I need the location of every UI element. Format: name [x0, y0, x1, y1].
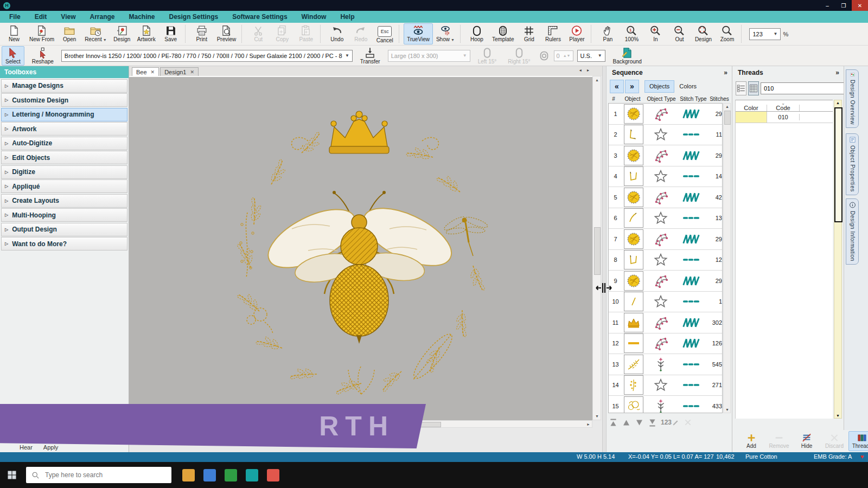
recent-button[interactable]: Recent▼: [81, 23, 110, 44]
docked-tab-design-overview[interactable]: Design Overview: [846, 69, 859, 128]
thread-search-input[interactable]: [761, 82, 844, 94]
resequence-by-number-button[interactable]: 123: [661, 419, 680, 426]
object-thumbnail[interactable]: [624, 313, 643, 332]
hoop-rotation-spinner[interactable]: 0 ▲▼: [554, 50, 573, 61]
zoom-button[interactable]: Zoom: [715, 23, 739, 44]
100-button[interactable]: 100%: [620, 23, 643, 44]
sequence-row[interactable]: 329: [609, 145, 722, 166]
menu-item-help[interactable]: Help: [333, 13, 361, 21]
menu-item-file[interactable]: File: [2, 13, 28, 21]
sequence-scrollbar[interactable]: ▲ ▼: [723, 103, 731, 413]
color-column-header[interactable]: Color: [736, 105, 767, 111]
vertical-scroll-thumb[interactable]: [594, 227, 601, 275]
select-tool-button[interactable]: Select: [2, 46, 24, 66]
object-thumbnail[interactable]: [624, 146, 643, 165]
object-thumbnail[interactable]: [624, 333, 643, 353]
taskbar-app-2[interactable]: [203, 469, 216, 481]
scroll-down-icon[interactable]: ▼: [595, 414, 599, 418]
discard-button[interactable]: Discard: [821, 431, 848, 451]
collapse-panel-icon[interactable]: »: [724, 69, 727, 76]
in-button[interactable]: In: [643, 23, 667, 44]
copy-button[interactable]: Copy: [270, 23, 294, 44]
move-to-start-button[interactable]: [609, 418, 618, 427]
sidebar-item-appliqu[interactable]: ▷Appliqué: [1, 179, 127, 193]
player-button[interactable]: Player: [565, 23, 589, 44]
object-thumbnail[interactable]: [624, 355, 643, 374]
menu-item-arrange[interactable]: Arrange: [82, 13, 122, 21]
menu-item-software-settings[interactable]: Software Settings: [225, 13, 294, 21]
thread-list-view-button[interactable]: [736, 81, 746, 95]
sequence-row[interactable]: 729: [609, 229, 722, 250]
hoop-size-combo[interactable]: Large (180 x 300) ▼: [388, 50, 470, 62]
out-button[interactable]: Out: [667, 23, 691, 44]
object-thumbnail[interactable]: [624, 188, 643, 207]
rulers-button[interactable]: Rulers: [541, 23, 565, 44]
taskbar-app-1[interactable]: [182, 469, 195, 481]
hide-button[interactable]: Hide: [793, 431, 820, 451]
sequence-row[interactable]: 542: [609, 187, 722, 208]
sequence-row[interactable]: 414: [609, 166, 722, 188]
background-button[interactable]: Background: [609, 46, 646, 66]
rotate-hoop-left-button[interactable]: Left 15°: [474, 46, 501, 66]
canvas-vertical-scrollbar[interactable]: ▲ ▼: [592, 76, 601, 420]
zoom-level-combo[interactable]: 123▼: [749, 28, 781, 40]
sidebar-item-multi-hooping[interactable]: ▷Multi-Hooping: [1, 208, 127, 222]
taskbar-search[interactable]: [26, 467, 171, 483]
tab-scroll-arrows-icon[interactable]: ◂ ▸: [579, 68, 591, 73]
menu-item-edit[interactable]: Edit: [28, 13, 54, 21]
move-up-button[interactable]: [622, 418, 631, 427]
trueview-button[interactable]: TrueView: [404, 23, 433, 44]
remnant-label-1[interactable]: Hear: [20, 444, 33, 451]
close-icon[interactable]: ✕: [151, 69, 155, 75]
minimize-button[interactable]: –: [819, 0, 835, 11]
sequence-row[interactable]: 929: [609, 271, 722, 292]
sidebar-item-lettering-monogramming[interactable]: ▷Lettering / Monogramming: [1, 108, 127, 121]
paste-button[interactable]: Paste: [294, 23, 318, 44]
menu-item-window[interactable]: Window: [295, 13, 334, 21]
threads-scroll-thumb[interactable]: [834, 107, 843, 222]
sidebar-item-manage-designs[interactable]: ▷Manage Designs: [1, 79, 127, 93]
threads-scrollbar[interactable]: ▲ ▼: [834, 100, 842, 419]
artwork-button[interactable]: Artwork: [134, 23, 159, 44]
print-button[interactable]: Print: [190, 23, 214, 44]
sequence-forward-button[interactable]: »: [625, 80, 639, 93]
object-thumbnail[interactable]: [624, 396, 643, 413]
sidebar-item-customize-design[interactable]: ▷Customize Design: [1, 93, 127, 107]
template-button[interactable]: Template: [489, 23, 518, 44]
sidebar-item-create-layouts[interactable]: ▷Create Layouts: [1, 194, 127, 208]
sequence-row[interactable]: 101: [609, 292, 722, 313]
scroll-up-icon[interactable]: ▲: [595, 78, 599, 82]
remnant-label-2[interactable]: Apply: [43, 444, 59, 451]
scroll-down-icon[interactable]: ▼: [725, 408, 729, 412]
redo-button[interactable]: Redo: [349, 23, 373, 44]
sidebar-item-want-to-do-more[interactable]: ▷Want to do More?: [1, 237, 127, 251]
hoop-button[interactable]: Hoop: [465, 23, 489, 44]
new-button[interactable]: New: [2, 23, 26, 44]
collapse-panel-icon[interactable]: »: [835, 69, 839, 76]
panel-splitter[interactable]: [602, 66, 607, 452]
object-thumbnail[interactable]: [624, 166, 643, 186]
sequence-scroll-thumb[interactable]: [724, 111, 731, 125]
menu-item-machine[interactable]: Machine: [122, 13, 162, 21]
object-thumbnail[interactable]: [624, 125, 643, 144]
scroll-up-icon[interactable]: ▲: [725, 105, 729, 108]
sidebar-item-auto-digitize[interactable]: ▷Auto-Digitize: [1, 137, 127, 150]
close-button[interactable]: ✕: [852, 0, 868, 11]
design-canvas[interactable]: [129, 76, 592, 420]
sequence-row[interactable]: 15433: [609, 396, 722, 413]
sequence-row[interactable]: 11302: [609, 312, 722, 333]
save-button[interactable]: Save: [159, 23, 183, 44]
start-button[interactable]: [3, 465, 21, 485]
units-combo[interactable]: U.S. ▼: [577, 50, 605, 62]
new-from-button[interactable]: New From: [26, 23, 58, 44]
sequence-row[interactable]: 129: [609, 104, 722, 125]
code-column-header[interactable]: ⌄ Code: [767, 105, 800, 111]
docked-tab-design-information[interactable]: Design Information: [846, 198, 859, 265]
reshape-tool-button[interactable]: Reshape: [28, 46, 58, 66]
thread-row[interactable]: 010: [736, 112, 833, 123]
sidebar-item-edit-objects[interactable]: ▷Edit Objects: [1, 151, 127, 164]
tab-colors[interactable]: Colors: [674, 80, 701, 93]
scroll-up-icon[interactable]: ▲: [836, 101, 840, 105]
remove-button[interactable]: Remove: [765, 431, 793, 451]
add-button[interactable]: Add: [738, 431, 765, 451]
